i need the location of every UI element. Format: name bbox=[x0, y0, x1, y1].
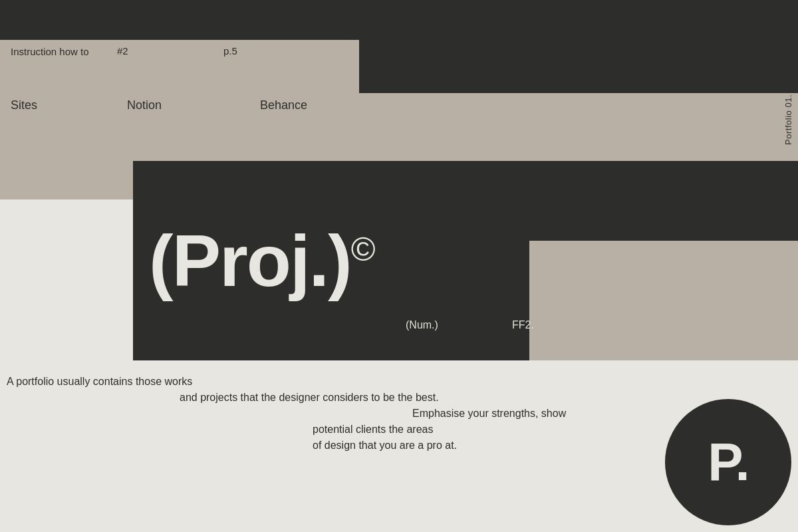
p-circle-label: P. bbox=[708, 432, 748, 493]
num-ff-row: (Num.) FF2. bbox=[406, 319, 534, 331]
p-circle-badge: P. bbox=[665, 399, 791, 525]
num-label: (Num.) bbox=[406, 319, 512, 331]
portfolio-vertical-text: Portfolio 01. bbox=[783, 94, 793, 145]
sites-row: Sites Notion Behance bbox=[0, 98, 798, 112]
top-bar bbox=[0, 0, 798, 40]
header-number: #2 bbox=[117, 45, 223, 57]
desc-line5: of design that you are a pro at. bbox=[313, 438, 632, 454]
ff2-label: FF2. bbox=[512, 319, 534, 331]
sites-label: Sites bbox=[11, 98, 127, 112]
mid-dark-overlay bbox=[359, 40, 798, 93]
header-page: p.5 bbox=[223, 45, 237, 57]
desc-line4: potential clients the areas bbox=[313, 422, 632, 438]
desc-line2: and projects that the designer considers… bbox=[180, 390, 632, 406]
dark-right-block bbox=[529, 161, 798, 241]
header-row: Instruction how to #2 p.5 bbox=[0, 45, 359, 59]
notion-label: Notion bbox=[127, 98, 260, 112]
portfolio-description: A portfolio usually contains those works… bbox=[0, 374, 632, 454]
desc-line1: A portfolio usually contains those works bbox=[7, 374, 632, 390]
tan-right-section bbox=[529, 241, 798, 360]
instruction-text: Instruction how to bbox=[11, 45, 117, 59]
proj-title: (Proj.)© bbox=[149, 224, 374, 297]
copyright-symbol: © bbox=[351, 231, 374, 268]
behance-label: Behance bbox=[260, 98, 307, 112]
desc-line3: Emphasise your strengths, show bbox=[412, 406, 632, 422]
